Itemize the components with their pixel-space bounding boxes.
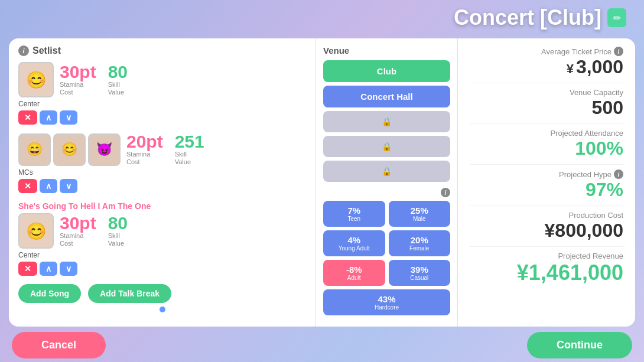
lock-icon-3: 🔒: [382, 167, 392, 176]
avg-ticket-info-icon[interactable]: i: [614, 47, 623, 56]
edit-icon[interactable]: ✏: [607, 8, 626, 27]
venue-locked-2-button: 🔒: [323, 136, 450, 157]
projected-attendance-value: 100%: [470, 138, 623, 159]
venue-capacity-value: 500: [470, 97, 623, 119]
venue-concert-hall-button[interactable]: Concert Hall: [323, 86, 450, 107]
audience-hardcore[interactable]: 43% Hardcore: [323, 289, 450, 315]
audience-hardcore-label: Hardcore: [329, 304, 444, 311]
projected-hype-block: Projected Hype i 97%: [470, 169, 623, 206]
setlist-label: Setlist: [32, 45, 61, 56]
audience-adult[interactable]: -8% Adult: [323, 260, 385, 286]
venue-locked-1-button: 🔒: [323, 111, 450, 132]
audience-adult-label: Adult: [329, 275, 379, 281]
role-1: Center: [18, 100, 306, 108]
audience-teen-pct: 7%: [347, 206, 360, 216]
production-cost-block: Production Cost ¥800,000: [470, 211, 623, 247]
audience-info-icon[interactable]: i: [441, 188, 450, 197]
down-btn-2[interactable]: ∨: [60, 179, 77, 193]
audience-casual-label: Casual: [395, 275, 445, 281]
middle-panel: Venue Club Concert Hall 🔒 🔒 🔒 i 7% Teen …: [316, 38, 458, 327]
projected-hype-label: Projected Hype i: [470, 169, 623, 179]
projected-attendance-block: Projected Attendance 100%: [470, 129, 623, 165]
stamina-label-1: StaminaCost: [60, 81, 96, 96]
cancel-button[interactable]: Cancel: [12, 332, 106, 358]
avg-ticket-yen-sym: ¥: [567, 61, 574, 77]
multi-avatar-2: 😄 😊 😈: [18, 133, 121, 166]
continue-button[interactable]: Continue: [527, 332, 632, 358]
projected-revenue-value: ¥1,461,000: [470, 260, 623, 285]
production-cost-value: ¥800,000: [470, 220, 623, 242]
song-entry-3: She's Going To Hell I Am The One 😊 30pt …: [18, 201, 306, 276]
audience-female[interactable]: 20% Female: [389, 230, 451, 256]
avatar-1: 😊: [18, 62, 54, 97]
avatar-2a: 😄: [18, 133, 51, 166]
down-btn-3[interactable]: ∨: [60, 262, 77, 276]
scroll-indicator: [160, 306, 165, 312]
left-panel: i Setlist 😊 30pt StaminaCost 80 SkillVal…: [9, 38, 316, 327]
stamina-label-2: StaminaCost: [126, 151, 163, 166]
up-btn-2[interactable]: ∧: [40, 179, 57, 193]
song-entry-2: 😄 😊 😈 20pt StaminaCost 251 SkillValue MC…: [18, 133, 306, 193]
song-row-1: 😊 30pt StaminaCost 80 SkillValue: [18, 62, 306, 97]
skill-label-2: SkillValue: [175, 151, 204, 166]
role-2: MCs: [18, 168, 306, 177]
page-title: Concert [Club]: [454, 5, 601, 30]
up-btn-1[interactable]: ∧: [40, 110, 57, 125]
skill-value-2: 251: [175, 133, 204, 151]
setlist-info-icon[interactable]: i: [18, 45, 29, 56]
avg-ticket-price-label: Average Ticket Price i: [470, 47, 623, 56]
stamina-cost-1: 30pt: [60, 63, 96, 81]
song-entry-1: 😊 30pt StaminaCost 80 SkillValue Center …: [18, 62, 306, 125]
audience-casual-pct: 39%: [411, 265, 428, 275]
controls-3: ✕ ∧ ∨: [18, 262, 306, 276]
up-btn-3[interactable]: ∧: [40, 262, 57, 276]
venue-club-button[interactable]: Club: [323, 60, 450, 82]
setlist-header: i Setlist: [18, 45, 306, 56]
audience-young-adult-label: Young Adult: [329, 245, 379, 252]
song-title-3: She's Going To Hell I Am The One: [18, 201, 306, 211]
projected-revenue-label: Projected Revenue: [470, 252, 623, 260]
avg-ticket-price-block: Average Ticket Price i ¥ 3,000: [470, 47, 623, 83]
add-song-button[interactable]: Add Song: [18, 284, 81, 303]
avg-ticket-price-value: 3,000: [576, 56, 623, 78]
add-talk-button[interactable]: Add Talk Break: [88, 284, 171, 303]
song-row-2: 😄 😊 😈 20pt StaminaCost 251 SkillValue: [18, 133, 306, 166]
remove-btn-2[interactable]: ✕: [18, 179, 37, 193]
remove-btn-1[interactable]: ✕: [18, 110, 37, 125]
audience-casual[interactable]: 39% Casual: [389, 260, 451, 286]
audience-female-pct: 20%: [411, 235, 428, 245]
audience-female-label: Female: [395, 245, 445, 252]
venue-capacity-label: Venue Capacity: [470, 88, 623, 97]
audience-info-row: i: [323, 188, 450, 197]
song-row-3: 😊 30pt StaminaCost 80 SkillValue: [18, 213, 306, 249]
role-3: Center: [18, 251, 306, 259]
down-btn-1[interactable]: ∨: [60, 110, 77, 125]
projected-hype-value: 97%: [470, 179, 623, 201]
lock-icon-1: 🔒: [382, 117, 392, 126]
add-buttons: Add Song Add Talk Break: [18, 284, 306, 303]
audience-teen-label: Teen: [329, 216, 379, 222]
remove-btn-3[interactable]: ✕: [18, 262, 37, 276]
audience-male-pct: 25%: [411, 206, 428, 216]
audience-grid: i 7% Teen 25% Male 4% Young Adult 20% Fe…: [323, 188, 450, 315]
stamina-cost-2: 20pt: [126, 133, 163, 151]
audience-adult-pct: -8%: [346, 265, 362, 275]
audience-teen[interactable]: 7% Teen: [323, 201, 385, 227]
projected-attendance-label: Projected Attendance: [470, 129, 623, 138]
lock-icon-2: 🔒: [382, 142, 392, 151]
main-panel: i Setlist 😊 30pt StaminaCost 80 SkillVal…: [9, 38, 635, 327]
controls-2: ✕ ∧ ∨: [18, 179, 306, 193]
skill-value-1: 80: [108, 63, 128, 81]
controls-1: ✕ ∧ ∨: [18, 110, 306, 125]
venue-label: Venue: [323, 45, 450, 56]
audience-male[interactable]: 25% Male: [389, 201, 451, 227]
audience-young-adult[interactable]: 4% Young Adult: [323, 230, 385, 256]
projected-hype-info-icon[interactable]: i: [614, 169, 623, 179]
stamina-label-3: StaminaCost: [60, 232, 96, 247]
avatar-2b: 😊: [53, 133, 86, 166]
venue-locked-3-button: 🔒: [323, 161, 450, 182]
right-panel: Average Ticket Price i ¥ 3,000 Venue Cap…: [458, 38, 635, 327]
skill-label-3: SkillValue: [108, 232, 128, 247]
audience-young-adult-pct: 4%: [347, 235, 360, 245]
audience-male-label: Male: [395, 216, 445, 222]
